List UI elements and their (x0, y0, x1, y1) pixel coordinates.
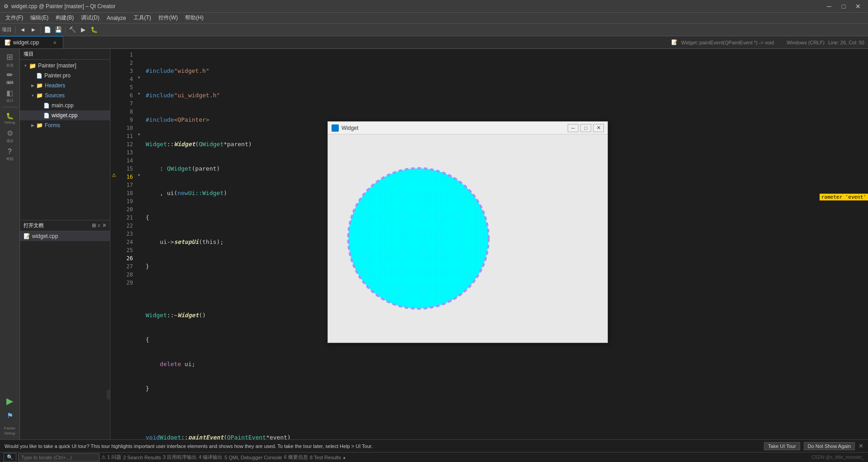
app-icon: ⚙ (4, 3, 9, 10)
position-indicator: Line: 26, Col: 50 (828, 40, 864, 45)
tab-label: widget.cpp (13, 39, 39, 46)
preview-canvas (328, 134, 607, 343)
tree-item-sources[interactable]: ▾ 📁 Sources (20, 90, 110, 100)
sidebar-welcome[interactable]: ⊞ 欢迎 (1, 51, 19, 69)
preview-minimize-btn[interactable]: ─ (568, 124, 579, 132)
tab-widget-cpp[interactable]: 📝 widget.cpp ✕ (0, 36, 63, 48)
open-files-config[interactable]: ≡ (98, 223, 100, 229)
sidebar-help[interactable]: ? 帮助 (1, 145, 19, 163)
sidebar-design[interactable]: ◧ 设计 (1, 87, 19, 105)
tree-item-headers[interactable]: ▶ 📁 Headers (20, 81, 110, 90)
maximize-button[interactable]: □ (837, 2, 850, 11)
tab-file-icon: 📝 (5, 39, 11, 46)
fold-btn-16[interactable]: ▾ (136, 171, 142, 179)
breadcrumb-function: 📝 Widget::paintEvent(QPaintEvent *) -> v… (671, 39, 864, 45)
menu-tools[interactable]: 工具(T) (130, 13, 155, 23)
preview-window-icon (332, 124, 339, 132)
locate-input[interactable] (18, 453, 100, 462)
tree-item-painter-master[interactable]: ▾ 📁 Painter [master] (20, 61, 110, 71)
sidebar-debug[interactable]: 🐛 Debug (1, 109, 19, 127)
file-tree-content: ▾ 📁 Painter [master] 📄 Painter.pro ▶ 📁 H… (20, 60, 110, 220)
summary-label: 6 概要信息 (284, 454, 308, 461)
code-line-2: #include "ui_widget.h" (146, 91, 868, 100)
warn-line-20 (110, 204, 118, 212)
tree-item-main-cpp[interactable]: 📄 main.cpp (20, 100, 110, 110)
toolbar-debug[interactable]: 🐛 (89, 25, 99, 35)
warn-line-10 (110, 122, 118, 130)
preview-titlebar: Widget ─ □ ✕ (328, 122, 607, 134)
warn-line-6 (110, 90, 118, 98)
split-icon[interactable]: ⊞ (92, 223, 96, 229)
toolbar-new-file[interactable]: 📄 (43, 25, 52, 35)
run-debug-button[interactable]: ⚑ (3, 408, 17, 423)
toolbar-save[interactable]: 💾 (53, 25, 63, 35)
toolbar-sep3 (65, 26, 66, 34)
locate-search-icon: 🔍 (7, 454, 13, 460)
tree-item-widget-cpp[interactable]: 📄 widget.cpp (20, 110, 110, 120)
test-results-badge[interactable]: 8 Test Results ▲ (310, 455, 346, 460)
warn-line-13 (110, 147, 118, 155)
tree-item-forms[interactable]: ▶ 📁 Forms (20, 120, 110, 130)
sidebar-icons: ⊞ 欢迎 ✏ 编辑 ◧ 设计 🐛 Debug ⚙ 项目 ? 帮助 ▶ ⚑ Pai… (0, 49, 20, 439)
menu-help[interactable]: 帮助(H) (181, 13, 207, 23)
warn-line-4 (110, 73, 118, 81)
sidebar-project[interactable]: ⚙ 项目 (1, 127, 19, 145)
title-bar-buttons: ─ □ ✕ (823, 2, 864, 11)
toolbar-back[interactable]: ◄ (18, 25, 28, 35)
locate-icon[interactable]: 🔍 (4, 453, 16, 462)
close-tour-button[interactable]: ✕ (859, 442, 863, 450)
search-results-badge[interactable]: 2 Search Results (123, 455, 161, 460)
open-files-close-all[interactable]: ✕ (102, 223, 106, 229)
menu-bar: 文件(F) 编辑(E) 构建(B) 调试(D) Analyze 工具(T) 控件… (0, 13, 868, 24)
app-output-badge[interactable]: 3 应用程序输出 (163, 454, 197, 461)
build-output-badge[interactable]: 4 编译输出 (199, 454, 223, 461)
tree-icon-pro: 📄 (36, 73, 43, 79)
warn-line-22 (110, 220, 118, 228)
problems-badge[interactable]: ⚠ 1 问题 (101, 454, 121, 461)
main-area: ⊞ 欢迎 ✏ 编辑 ◧ 设计 🐛 Debug ⚙ 项目 ? 帮助 ▶ ⚑ Pai… (0, 49, 868, 439)
menu-controls[interactable]: 控件(W) (155, 13, 181, 23)
preview-maximize-btn[interactable]: □ (580, 124, 591, 132)
warn-line-5 (110, 81, 118, 90)
warn-line-21 (110, 212, 118, 220)
preview-title-area: Widget (332, 124, 358, 132)
code-line-1: #include "widget.h" (146, 67, 868, 75)
warn-line-23 (110, 228, 118, 236)
menu-edit[interactable]: 编辑(E) (27, 13, 52, 23)
menu-build[interactable]: 构建(B) (52, 13, 77, 23)
run-button[interactable]: ▶ (3, 394, 17, 408)
fold-btn-6[interactable]: ▾ (136, 90, 142, 98)
take-tour-button[interactable]: Take UI Tour (764, 442, 800, 450)
menu-debug[interactable]: 调试(D) (77, 13, 103, 23)
menu-analyze[interactable]: Analyze (103, 14, 130, 22)
open-files-actions: ⊞ ≡ ✕ (92, 223, 106, 229)
open-files-title: 打开文档 (24, 222, 43, 229)
dismiss-tour-button[interactable]: Do Not Show Again (804, 442, 855, 450)
minimize-button[interactable]: ─ (823, 2, 835, 11)
menu-file[interactable]: 文件(F) (2, 13, 27, 23)
tree-label-widget: widget.cpp (52, 112, 77, 119)
close-button[interactable]: ✕ (852, 2, 864, 11)
open-file-widget-cpp[interactable]: 📝 widget.cpp (20, 231, 110, 241)
toolbar-forward[interactable]: ► (28, 25, 38, 35)
qml-debugger-badge[interactable]: 5 QML Debugger Console (224, 455, 282, 460)
preview-close-btn[interactable]: ✕ (593, 124, 604, 132)
warn-line-8 (110, 106, 118, 114)
tree-label-headers: Headers (45, 82, 65, 89)
preview-window[interactable]: Widget ─ □ ✕ (327, 121, 608, 343)
toolbar-build[interactable]: 🔨 (67, 25, 77, 35)
tree-icon-sources: 📁 (36, 92, 43, 99)
toolbar-run[interactable]: ▶ (78, 25, 88, 35)
scrollbar-thumb[interactable] (107, 390, 110, 400)
tab-bar: 📝 widget.cpp ✕ 📝 Widget::paintEvent(QPai… (0, 36, 868, 49)
tree-item-painter-pro[interactable]: 📄 Painter.pro (20, 71, 110, 81)
summary-badge[interactable]: 6 概要信息 (284, 454, 308, 461)
tab-close-button[interactable]: ✕ (51, 39, 58, 46)
fold-btn-4[interactable]: ▾ (136, 73, 142, 81)
sidebar-edit[interactable]: ✏ 编辑 (1, 69, 19, 87)
warn-line-18 (110, 187, 118, 195)
fold-btn-11[interactable]: ▾ (136, 130, 142, 138)
warn-line-19 (110, 195, 118, 204)
code-line-15 (146, 409, 868, 417)
code-line-16: void Widget::paintEvent(QPaintEvent *eve… (146, 433, 868, 439)
